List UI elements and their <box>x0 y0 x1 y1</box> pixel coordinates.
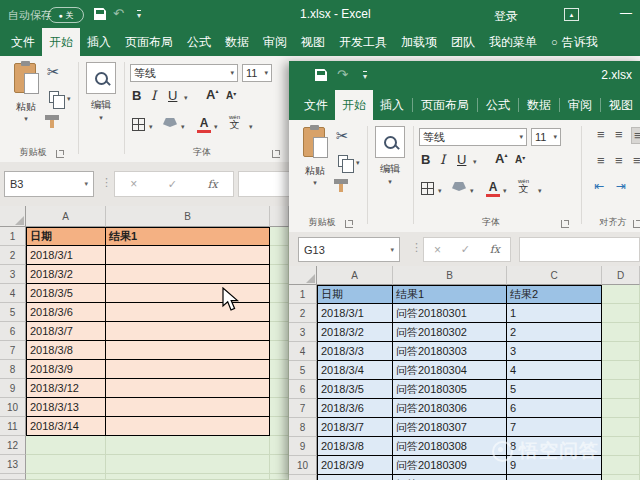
cell[interactable]: 问答20180301 <box>393 304 507 323</box>
formula-cancel-icon[interactable]: × <box>434 243 441 257</box>
cell[interactable] <box>602 399 640 418</box>
ribbon-tab-3[interactable]: 插入 <box>373 90 411 120</box>
font-dialog-launcher-icon[interactable] <box>272 150 280 158</box>
select-all-corner[interactable] <box>289 266 317 285</box>
cell[interactable]: 2018/3/7 <box>317 418 393 437</box>
underline-dropdown-icon[interactable]: ▾ <box>473 158 477 165</box>
cell[interactable] <box>270 303 289 322</box>
row-header[interactable]: 9 <box>289 437 317 456</box>
cell[interactable]: 2018/3/8 <box>317 437 393 456</box>
align-middle-icon[interactable]: ≡ <box>613 127 625 142</box>
cell[interactable] <box>602 475 640 480</box>
cell[interactable]: 2018/3/1 <box>317 304 393 323</box>
cell[interactable] <box>270 360 289 379</box>
find-select-button[interactable] <box>86 62 116 94</box>
font-dialog-launcher-icon[interactable] <box>561 220 569 228</box>
column-header-partial[interactable] <box>270 206 289 227</box>
cell[interactable] <box>270 265 289 284</box>
copy-icon[interactable] <box>49 91 59 103</box>
borders-dropdown-icon[interactable]: ▾ <box>438 187 442 194</box>
formula-enter-icon[interactable]: ✓ <box>461 243 470 256</box>
cut-icon[interactable]: ✂ <box>336 128 349 143</box>
fill-color-dropdown-icon[interactable]: ▾ <box>181 123 185 130</box>
cell[interactable]: 2018/3/13 <box>26 398 106 417</box>
cell[interactable] <box>106 303 270 322</box>
copy-dropdown-icon[interactable]: ▾ <box>67 95 71 102</box>
cell[interactable] <box>106 284 270 303</box>
cell[interactable]: 2018/3/14 <box>26 417 106 436</box>
clipboard-dialog-launcher-icon[interactable] <box>345 220 353 228</box>
cell[interactable] <box>106 379 270 398</box>
cell[interactable] <box>270 398 289 417</box>
insert-function-icon[interactable]: fx <box>490 243 500 256</box>
ribbon-tab-8[interactable]: 视图 <box>294 28 332 56</box>
font-size-box[interactable]: 11▾ <box>531 128 561 146</box>
cell[interactable] <box>602 361 640 380</box>
increase-indent-icon[interactable]: ⇥ <box>616 180 626 192</box>
italic-button[interactable]: I <box>151 88 156 103</box>
redo-icon[interactable]: ↷ <box>337 68 348 81</box>
ribbon-tab-10[interactable]: 加载项 <box>394 28 444 56</box>
cell[interactable] <box>270 379 289 398</box>
cell[interactable]: 日期 <box>317 285 393 304</box>
borders-icon[interactable] <box>132 118 145 131</box>
cell[interactable]: 7 <box>507 418 602 437</box>
phonetic-guide-icon[interactable]: wén文 <box>229 114 240 130</box>
fill-color-icon[interactable] <box>163 118 177 127</box>
insert-function-icon[interactable]: fx <box>207 178 217 191</box>
column-header-A[interactable]: A <box>317 266 393 285</box>
cell[interactable]: 问答20180308 <box>393 437 507 456</box>
cut-icon[interactable]: ✂ <box>47 64 60 79</box>
edit-dropdown-icon[interactable]: ▾ <box>80 114 122 121</box>
underline-button[interactable]: U <box>168 88 177 103</box>
cell[interactable] <box>106 341 270 360</box>
find-select-button[interactable] <box>375 126 405 158</box>
cell[interactable] <box>270 455 289 474</box>
row-header[interactable]: 11 <box>0 417 26 436</box>
paste-label[interactable]: 粘贴 <box>291 164 339 178</box>
font-color-icon[interactable]: A <box>197 117 211 129</box>
borders-dropdown-icon[interactable]: ▾ <box>149 123 153 130</box>
undo-icon[interactable]: ↶ <box>113 7 124 20</box>
cell[interactable] <box>106 455 270 474</box>
font-color-icon[interactable]: A <box>486 181 500 193</box>
row-header[interactable]: 2 <box>0 246 26 265</box>
column-header-B[interactable]: B <box>393 266 507 285</box>
qat-customize-icon[interactable]: ▾ <box>137 10 141 20</box>
cell[interactable]: 问答20180302 <box>393 323 507 342</box>
grow-font-button[interactable]: A▴ <box>495 151 507 166</box>
cell[interactable]: 1 <box>507 304 602 323</box>
tell-me-tab[interactable]: ○告诉我 <box>544 28 605 56</box>
name-box[interactable]: G13 ▾ <box>298 237 400 262</box>
edit-label[interactable]: 编辑 <box>80 98 122 112</box>
ribbon-tab-9[interactable]: 开发工具 <box>332 28 394 56</box>
name-box[interactable]: B3 ▾ <box>4 171 94 197</box>
sign-in-button[interactable]: 登录 <box>494 8 518 25</box>
ribbon-tab-6[interactable]: 数据 <box>520 90 558 120</box>
ribbon-tab-4[interactable]: 页面布局 <box>118 28 180 56</box>
bold-button[interactable]: B <box>132 88 141 103</box>
row-header[interactable]: 1 <box>289 285 317 304</box>
cell[interactable]: 问答20180309 <box>393 456 507 475</box>
row-header[interactable]: 6 <box>0 322 26 341</box>
cell[interactable]: 结果2 <box>507 285 602 304</box>
cell[interactable] <box>106 417 270 436</box>
cell[interactable] <box>602 456 640 475</box>
row-header[interactable]: 8 <box>0 360 26 379</box>
formula-enter-icon[interactable]: ✓ <box>168 178 177 191</box>
font-name-box[interactable]: 等线▾ <box>419 128 527 146</box>
font-size-dropdown-icon[interactable]: ▾ <box>553 133 557 141</box>
font-size-dropdown-icon[interactable]: ▾ <box>264 69 268 77</box>
ribbon-tab-12[interactable]: 我的菜单 <box>482 28 544 56</box>
cell[interactable] <box>270 322 289 341</box>
cell[interactable]: 2018/3/9 <box>317 456 393 475</box>
cell[interactable]: 2018/3/5 <box>317 380 393 399</box>
column-header-C[interactable]: C <box>507 266 602 285</box>
row-header[interactable]: 9 <box>0 379 26 398</box>
font-color-dropdown-icon[interactable]: ▾ <box>214 123 218 130</box>
cell[interactable]: 4 <box>507 361 602 380</box>
clipboard-dialog-launcher-icon[interactable] <box>56 150 64 158</box>
cell[interactable] <box>270 341 289 360</box>
cell[interactable]: 结果1 <box>393 285 507 304</box>
cell[interactable]: 2 <box>507 323 602 342</box>
